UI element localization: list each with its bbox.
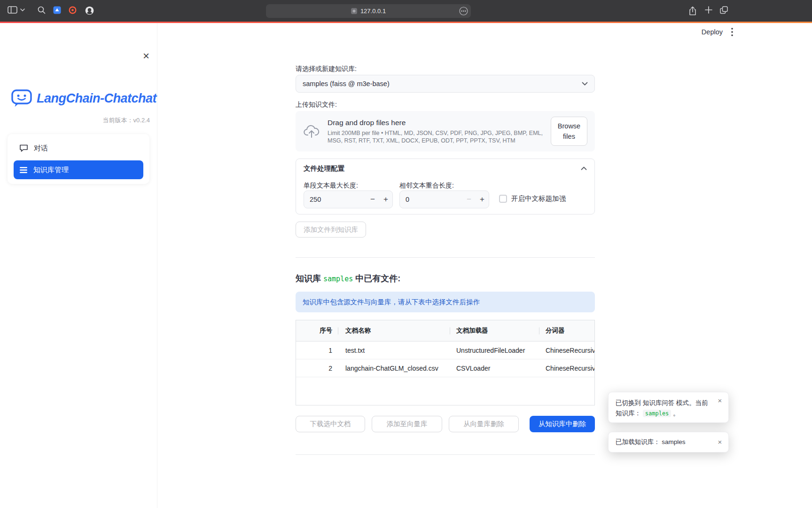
overlap-size-value[interactable]: 0: [400, 196, 462, 203]
cell-loader: UnstructuredFileLoader: [450, 341, 539, 359]
heading-suffix: 中已有文件:: [355, 274, 400, 283]
upload-label: 上传知识文件:: [296, 101, 337, 109]
uploader-title: Drag and drop files here: [328, 119, 544, 127]
expander-title: 文件处理配置: [304, 164, 344, 173]
tab-overview-icon[interactable]: [720, 6, 728, 14]
add-to-vectorstore-button[interactable]: 添加至向量库: [372, 416, 442, 432]
content-column: 请选择或新建知识库: samples (faiss @ m3e-base) 上传…: [296, 23, 595, 508]
chunk-size-label: 单段文本最大长度:: [304, 182, 358, 190]
close-icon[interactable]: ×: [716, 438, 724, 446]
zh-title-enhance-checkbox[interactable]: 开启中文标题加强: [499, 194, 566, 203]
heading-prefix: 知识库: [296, 274, 321, 283]
sidebar-menu: 对话 知识库管理: [8, 134, 149, 184]
cell-splitter: ChineseRecursiveT: [539, 359, 594, 377]
cloud-upload-icon: [303, 124, 320, 138]
search-icon[interactable]: [38, 6, 46, 14]
sidebar: × LangChain-Chatchat 当前版本：v0.2.4 对话 知识库管…: [0, 23, 157, 508]
col-header-docname[interactable]: 文档名称: [338, 320, 450, 341]
kb-name-code: samples: [643, 410, 671, 417]
download-selected-button[interactable]: 下载选中文档: [296, 416, 365, 432]
sidebar-item-dialogue[interactable]: 对话: [14, 139, 143, 158]
sidebar-item-kb-management[interactable]: 知识库管理: [14, 160, 143, 179]
table-row[interactable]: 2 langchain-ChatGLM_closed.csv CSVLoader…: [296, 359, 594, 377]
knowledge-base-icon: [19, 167, 28, 174]
checkbox-label: 开启中文标题加强: [511, 194, 566, 203]
sidebar-toggle-icon[interactable]: [8, 6, 17, 14]
logo-chat-icon: [11, 89, 32, 108]
expander-header[interactable]: 文件处理配置: [296, 159, 594, 178]
github-icon[interactable]: [85, 6, 94, 15]
kb-files-table[interactable]: 序号 文档名称 文档加载器 分词器 1 test.txt Unstructure…: [296, 320, 595, 405]
checkbox-box[interactable]: [499, 195, 507, 203]
minus-button[interactable]: −: [366, 195, 379, 204]
cell-index: 2: [296, 359, 338, 377]
chat-bubble-icon: [19, 144, 28, 152]
close-icon[interactable]: ×: [716, 397, 724, 405]
file-config-expander: 文件处理配置 单段文本最大长度: 相邻文本重合长度: 250 − + 0 − +…: [296, 159, 595, 214]
kb-select-label: 请选择或新建知识库:: [296, 65, 357, 73]
add-files-to-kb-button[interactable]: 添加文件到知识库: [296, 222, 366, 238]
toast-text: 已加载知识库： samples: [616, 437, 686, 447]
col-header-index[interactable]: 序号: [296, 320, 338, 341]
overlap-size-input[interactable]: 0 − +: [399, 190, 489, 208]
divider: [296, 454, 595, 455]
logo: LangChain-Chatchat: [11, 89, 156, 108]
overlap-size-label: 相邻文本重合长度:: [399, 182, 454, 190]
new-tab-icon[interactable]: [705, 6, 712, 14]
toast-text: 已切换到 知识库问答 模式。当前知识库： samples 。: [616, 399, 708, 417]
kb-files-heading: 知识库samples中已有文件:: [296, 273, 400, 284]
kb-selectbox[interactable]: samples (faiss @ m3e-base): [296, 75, 595, 93]
file-uploader-dropzone[interactable]: Drag and drop files here Limit 200MB per…: [296, 111, 595, 151]
delete-from-kb-button[interactable]: 从知识库中删除: [530, 416, 595, 432]
browse-files-button[interactable]: Browse files: [551, 117, 587, 146]
uploader-limit-text: Limit 200MB per file • HTML, MD, JSON, C…: [328, 129, 544, 144]
chevron-down-icon: [582, 82, 588, 86]
info-text: 知识库中包含源文件与向量库，请从下表中选择文件后操作: [303, 298, 480, 307]
minus-button[interactable]: −: [462, 195, 476, 204]
version-label: 当前版本：v0.2.4: [103, 116, 150, 125]
col-header-splitter[interactable]: 分词器: [539, 320, 594, 341]
cell-docname: langchain-ChatGLM_closed.csv: [338, 359, 450, 377]
close-sidebar-icon[interactable]: ×: [140, 49, 153, 63]
address-bar[interactable]: 127.0.0.1: [266, 4, 471, 18]
page-options-icon[interactable]: [459, 7, 468, 16]
divider: [296, 257, 595, 258]
toast-text-suffix: 。: [673, 410, 679, 417]
kb-name-code: samples: [321, 275, 355, 283]
url-text: 127.0.0.1: [360, 8, 386, 15]
delete-from-vectorstore-button[interactable]: 从向量库删除: [449, 416, 519, 432]
cell-index: 1: [296, 341, 338, 359]
browser-toolbar: 127.0.0.1: [0, 0, 812, 22]
kebab-menu-icon[interactable]: [731, 28, 733, 36]
share-icon[interactable]: [688, 6, 697, 16]
chevron-up-icon: [581, 167, 587, 170]
table-row[interactable]: 1 test.txt UnstructuredFileLoader Chines…: [296, 341, 594, 359]
kb-selected-value: samples (faiss @ m3e-base): [303, 80, 390, 87]
sidebar-item-label: 知识库管理: [33, 166, 69, 175]
cell-loader: CSVLoader: [450, 359, 539, 377]
toast-mode-switched: 已切换到 知识库问答 模式。当前知识库： samples 。 ×: [608, 392, 729, 423]
pinned-app-blue-icon[interactable]: [53, 6, 61, 14]
plus-button[interactable]: +: [379, 195, 392, 204]
pinned-app-orange-icon[interactable]: [69, 6, 77, 14]
site-favicon-icon: [351, 8, 357, 14]
info-alert: 知识库中包含源文件与向量库，请从下表中选择文件后操作: [296, 292, 595, 312]
deploy-button[interactable]: Deploy: [702, 28, 723, 36]
plus-button[interactable]: +: [476, 195, 489, 204]
table-action-buttons: 下载选中文档 添加至向量库 从向量库删除 从知识库中删除: [296, 416, 595, 432]
col-header-loader[interactable]: 文档加载器: [450, 320, 539, 341]
cell-docname: test.txt: [338, 341, 450, 359]
sidebar-item-label: 对话: [34, 144, 48, 153]
table-header-row: 序号 文档名称 文档加载器 分词器: [296, 320, 594, 341]
chunk-size-input[interactable]: 250 − +: [304, 190, 393, 208]
logo-text: LangChain-Chatchat: [37, 91, 156, 106]
toast-kb-loaded: 已加载知识库： samples ×: [608, 432, 729, 452]
chunk-size-value[interactable]: 250: [304, 196, 366, 203]
cell-splitter: ChineseRecursiveT: [539, 341, 594, 359]
chevron-down-icon[interactable]: [20, 8, 25, 11]
